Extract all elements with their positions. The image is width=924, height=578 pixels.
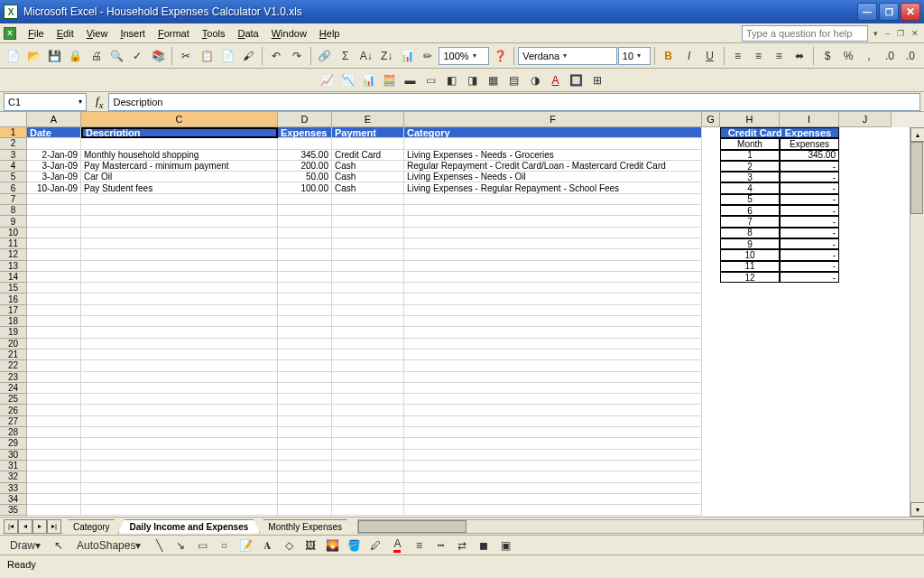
chart-tool-8[interactable]: ◨ <box>463 70 483 90</box>
cell-C26[interactable] <box>81 405 278 415</box>
cell-D33[interactable] <box>278 483 332 494</box>
menu-format[interactable]: Format <box>152 26 196 41</box>
cell-D21[interactable] <box>278 350 332 360</box>
new-button[interactable]: 📄 <box>4 46 23 66</box>
italic-button[interactable]: I <box>679 46 699 66</box>
cell-D2[interactable] <box>278 138 332 149</box>
comma-button[interactable]: , <box>859 46 879 66</box>
cell-H19[interactable] <box>720 327 780 338</box>
cell-E20[interactable] <box>332 339 404 350</box>
cell-F6[interactable]: Living Expenses - Regular Repayment - Sc… <box>404 182 702 193</box>
cell-C10[interactable] <box>81 228 278 238</box>
cell-J30[interactable] <box>839 450 892 461</box>
row-header-18[interactable]: 18 <box>0 316 27 327</box>
cell-G32[interactable] <box>702 471 720 482</box>
cell-E28[interactable] <box>332 427 404 438</box>
cell-J32[interactable] <box>839 471 892 482</box>
decrease-decimal-button[interactable]: .0 <box>901 46 920 66</box>
menu-file[interactable]: File <box>22 26 51 41</box>
cell-A10[interactable] <box>27 228 81 238</box>
cell-I21[interactable] <box>780 350 839 360</box>
cell-C35[interactable] <box>81 505 278 516</box>
cell-D22[interactable] <box>278 360 332 371</box>
chart-tool-1[interactable]: 📈 <box>318 70 337 90</box>
cell-H21[interactable] <box>720 350 780 360</box>
cell-A21[interactable] <box>27 350 81 360</box>
row-header-26[interactable]: 26 <box>0 405 27 415</box>
drawing-button[interactable]: ✏ <box>419 46 439 66</box>
cell-I31[interactable] <box>780 461 839 471</box>
row-header-35[interactable]: 35 <box>0 505 27 516</box>
cell-E5[interactable]: Cash <box>332 172 404 182</box>
hscroll-thumb[interactable] <box>358 520 467 533</box>
chart-tool-9[interactable]: ▦ <box>484 70 504 90</box>
cell-F35[interactable] <box>404 505 702 516</box>
row-header-4[interactable]: 4 <box>0 161 27 172</box>
row-header-14[interactable]: 14 <box>0 272 27 283</box>
menu-help[interactable]: Help <box>313 26 346 41</box>
cell-E22[interactable] <box>332 360 404 371</box>
cell-G8[interactable] <box>702 205 720 216</box>
cell-I29[interactable] <box>780 438 839 449</box>
cell-H15[interactable] <box>720 283 780 294</box>
cell-G34[interactable] <box>702 494 720 505</box>
fill-color-button[interactable]: 🪣 <box>344 536 364 555</box>
cell-C1[interactable]: Description <box>81 127 278 138</box>
redo-button[interactable]: ↷ <box>287 46 307 66</box>
row-header-8[interactable]: 8 <box>0 205 27 216</box>
cell-E7[interactable] <box>332 194 404 205</box>
row-header-21[interactable]: 21 <box>0 350 27 360</box>
cell-E23[interactable] <box>332 372 404 383</box>
row-header-17[interactable]: 17 <box>0 305 27 316</box>
help-search-input[interactable] <box>742 25 868 42</box>
cell-I8[interactable]: - <box>780 205 839 216</box>
undo-button[interactable]: ↶ <box>266 46 286 66</box>
fx-icon[interactable]: fx <box>96 94 103 110</box>
col-header-D[interactable]: D <box>278 112 332 127</box>
cell-G10[interactable] <box>702 228 720 238</box>
3d-button[interactable]: ▣ <box>495 536 515 555</box>
cell-E26[interactable] <box>332 405 404 415</box>
cell-A2[interactable] <box>27 138 81 149</box>
shadow-button[interactable]: ◼ <box>474 536 494 555</box>
cell-G16[interactable] <box>702 294 720 304</box>
cell-G28[interactable] <box>702 427 720 438</box>
cell-F21[interactable] <box>404 350 702 360</box>
border-tool[interactable]: ⊞ <box>587 70 607 90</box>
cell-I24[interactable] <box>780 383 839 394</box>
cell-J11[interactable] <box>839 238 892 249</box>
cell-F19[interactable] <box>404 327 702 338</box>
row-header-20[interactable]: 20 <box>0 339 27 350</box>
cell-E17[interactable] <box>332 305 404 316</box>
arrow-button[interactable]: ↘ <box>171 536 190 555</box>
cell-J33[interactable] <box>839 483 892 494</box>
cell-D25[interactable] <box>278 394 332 405</box>
cell-C28[interactable] <box>81 427 278 438</box>
cell-J12[interactable] <box>839 249 892 260</box>
cell-E2[interactable] <box>332 138 404 149</box>
sheet-tab-daily-income-and-expenses[interactable]: Daily Income and Expenses <box>118 519 261 534</box>
cell-C12[interactable] <box>81 249 278 260</box>
cell-H11[interactable]: 9 <box>720 238 780 249</box>
cell-D20[interactable] <box>278 339 332 350</box>
row-header-3[interactable]: 3 <box>0 150 27 161</box>
spreadsheet-grid[interactable]: ACDEFGHIJ 123456789101112131415161718192… <box>0 112 924 517</box>
col-header-E[interactable]: E <box>332 112 404 127</box>
cell-J21[interactable] <box>839 350 892 360</box>
row-header-2[interactable]: 2 <box>0 138 27 149</box>
chart-tool-5[interactable]: ▬ <box>401 70 420 90</box>
cut-button[interactable]: ✂ <box>176 46 196 66</box>
cell-E15[interactable] <box>332 283 404 294</box>
cell-G15[interactable] <box>702 283 720 294</box>
cell-C34[interactable] <box>81 494 278 505</box>
cell-D11[interactable] <box>278 238 332 249</box>
cell-F2[interactable] <box>404 138 702 149</box>
cell-E9[interactable] <box>332 216 404 227</box>
cell-D17[interactable] <box>278 305 332 316</box>
permission-button[interactable]: 🔒 <box>66 46 86 66</box>
arrow-style-button[interactable]: ⇄ <box>452 536 472 555</box>
cell-E1[interactable]: Payment <box>332 127 404 138</box>
cell-A23[interactable] <box>27 372 81 383</box>
cell-C17[interactable] <box>81 305 278 316</box>
cell-C8[interactable] <box>81 205 278 216</box>
